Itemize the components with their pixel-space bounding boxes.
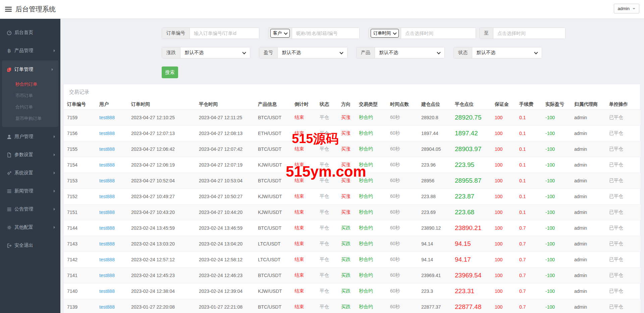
filter-row-1: 订单编号 客户 订单时间 <box>162 28 644 39</box>
cell-margin: 100 <box>491 236 516 252</box>
cell-profit: -100 <box>542 220 571 236</box>
order-no-label: 订单编号 <box>162 28 190 39</box>
customer-type-select[interactable]: 客户 <box>270 29 290 38</box>
cell-user-link[interactable]: test888 <box>96 236 128 252</box>
table-row: 7156 test888 2023-04-27 12:07:13 2023-04… <box>64 126 641 141</box>
cell-profit: -100 <box>542 110 571 126</box>
cell-open-time: 2023-02-24 12:45:23 <box>128 268 196 283</box>
cell-control: 已平仓 <box>606 110 641 126</box>
cell-product: BTC/USDT <box>255 299 291 313</box>
cell-trade-type: 秒合约 <box>356 220 387 236</box>
time-from-input[interactable] <box>401 28 476 39</box>
file-icon <box>7 152 12 158</box>
cell-user-link[interactable]: test888 <box>96 173 128 189</box>
cell-user-link[interactable]: test888 <box>96 252 128 268</box>
cell-close-price: 28920.75 <box>451 110 491 126</box>
pnl-value: 默认不选 <box>282 50 301 56</box>
cell-open-time: 2023-04-27 10:49:27 <box>128 189 196 205</box>
cell-user-link[interactable]: test888 <box>96 110 128 126</box>
order-no-input[interactable] <box>190 28 259 39</box>
cell-product: BTC/USDT <box>255 220 291 236</box>
cell-margin: 100 <box>491 157 516 173</box>
cell-trade-type: 秒合约 <box>356 299 387 313</box>
product-select[interactable]: 默认不选 <box>375 47 444 58</box>
cell-trade-type: 秒合约 <box>356 157 387 173</box>
user-menu-label: admin <box>618 6 630 11</box>
cell-open-price: 223.96 <box>418 157 451 173</box>
cell-profit: -100 <box>542 205 571 220</box>
cell-user-link[interactable]: test888 <box>96 268 128 283</box>
cell-open-price: 223.69 <box>418 205 451 220</box>
sidebar-subitem-contract-orders[interactable]: 合约订单 <box>2 101 58 113</box>
cell-trade-type: 秒合约 <box>356 283 387 299</box>
cell-product: ETH/USDT <box>255 126 291 141</box>
sidebar-item-news[interactable]: 新闻管理 <box>0 182 60 200</box>
table-row: 7144 test888 2023-02-24 13:45:59 2023-02… <box>64 220 641 236</box>
sidebar-item-users[interactable]: 用户管理 <box>0 128 60 146</box>
sidebar-subitem-spot-orders[interactable]: 币币订单 <box>2 90 58 101</box>
cell-user-link[interactable]: test888 <box>96 141 128 157</box>
cell-countdown: 结束 <box>291 189 316 205</box>
sidebar-item-announcements[interactable]: 公告管理 <box>0 200 60 218</box>
cell-open-price: 22877.37 <box>418 299 451 313</box>
cell-user-link[interactable]: test888 <box>96 189 128 205</box>
sidebar-item-system-settings[interactable]: 系统设置 <box>0 164 60 182</box>
sidebar-subitem-seconds-contract-orders[interactable]: 秒合约订单 <box>2 79 58 90</box>
updown-select[interactable]: 默认不选 <box>180 47 250 58</box>
cell-fee: 0.1 <box>516 110 542 126</box>
cell-close-price: 23890.21 <box>451 220 491 236</box>
cell-status: 平仓 <box>316 110 338 126</box>
cell-user-link[interactable]: test888 <box>96 299 128 313</box>
sidebar-item-orders[interactable]: 订单管理 <box>2 60 58 79</box>
orders-submenu: 秒合约订单 币币订单 合约订单 新币申购订单 <box>2 79 58 124</box>
table-row: 7154 test888 2023-04-27 12:06:19 2023-04… <box>64 157 641 173</box>
column-header: 单控操作 <box>606 99 641 110</box>
chevron-right-icon <box>54 226 55 229</box>
cell-profit: -100 <box>542 141 571 157</box>
cell-order-no: 7155 <box>64 141 96 157</box>
sidebar-item-other-config[interactable]: 其他配置 <box>0 218 60 236</box>
cell-close-price: 94.15 <box>451 236 491 252</box>
main-content: 订单编号 客户 订单时间 <box>60 18 644 313</box>
status-filter: 状态 默认不选 <box>453 47 542 58</box>
sidebar: 后台首页 B 产品管理 订单管理 秒合约订单 币币订单 合约订单 新币申购订单 … <box>0 18 60 313</box>
table-row: 7155 test888 2023-04-27 12:06:42 2023-04… <box>64 141 641 157</box>
cell-profit: -100 <box>542 268 571 283</box>
cell-trade-type: 秒合约 <box>356 189 387 205</box>
pnl-select[interactable]: 默认不选 <box>278 47 347 58</box>
logout-icon <box>7 243 12 248</box>
cell-order-no: 7143 <box>64 236 96 252</box>
cell-margin: 100 <box>491 252 516 268</box>
cell-agent: admin <box>571 220 606 236</box>
time-to-input[interactable] <box>493 28 565 39</box>
chevron-down-icon <box>339 50 343 54</box>
sidebar-item-products[interactable]: B 产品管理 <box>0 42 60 60</box>
cell-user-link[interactable]: test888 <box>96 205 128 220</box>
sidebar-item-dashboard[interactable]: 后台首页 <box>0 24 60 42</box>
status-select[interactable]: 默认不选 <box>472 47 542 58</box>
cell-agent: admin <box>571 268 606 283</box>
cell-status: 平仓 <box>316 173 338 189</box>
cell-user-link[interactable]: test888 <box>96 283 128 299</box>
orders-icon <box>7 67 12 72</box>
product-value: 默认不选 <box>379 50 398 56</box>
customer-input[interactable] <box>292 28 359 39</box>
user-menu-button[interactable]: admin <box>614 4 639 13</box>
cell-margin: 100 <box>491 110 516 126</box>
cell-close-time: 2023-04-27 10:44:20 <box>196 205 255 220</box>
cell-user-link[interactable]: test888 <box>96 220 128 236</box>
sidebar-item-logout[interactable]: 安全退出 <box>0 236 60 255</box>
cell-agent: admin <box>571 173 606 189</box>
sidebar-item-parameters[interactable]: 参数设置 <box>0 146 60 164</box>
sidebar-subitem-new-coin-orders[interactable]: 新币申购订单 <box>2 113 58 124</box>
time-type-select[interactable]: 订单时间 <box>371 29 399 38</box>
cell-user-link[interactable]: test888 <box>96 157 128 173</box>
cell-close-time: 2023-01-27 22:21:08 <box>196 299 255 313</box>
hamburger-menu-icon[interactable] <box>5 7 12 13</box>
search-button[interactable]: 搜索 <box>162 66 178 78</box>
cell-profit: -100 <box>542 252 571 268</box>
cell-close-time: 2023-02-24 13:46:59 <box>196 220 255 236</box>
cell-user-link[interactable]: test888 <box>96 126 128 141</box>
cell-close-price: 223.87 <box>451 189 491 205</box>
cell-open-price: 28904.05 <box>418 141 451 157</box>
